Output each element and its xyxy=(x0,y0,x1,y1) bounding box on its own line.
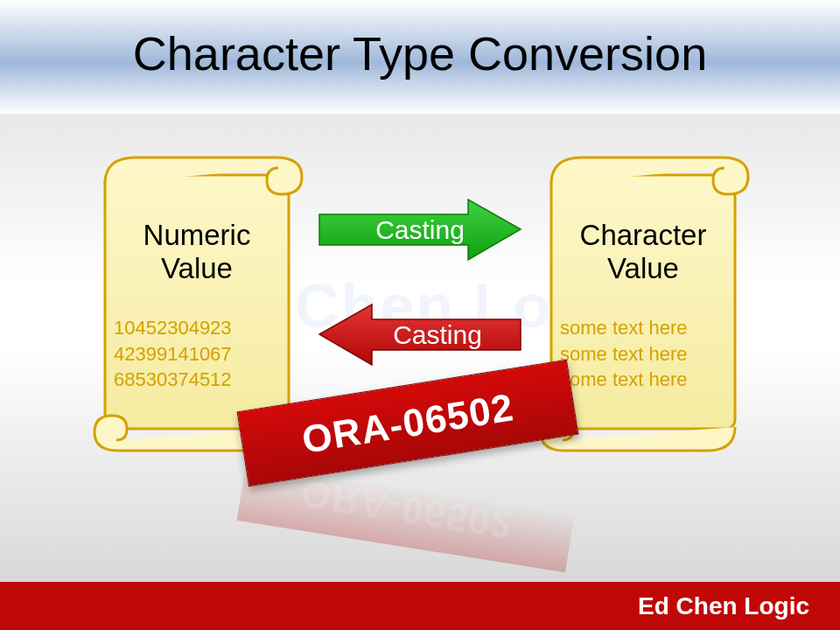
page-title: Character Type Conversion xyxy=(0,0,840,80)
footer-bar: Ed Chen Logic xyxy=(0,582,840,630)
left-scroll-heading: Numeric Value xyxy=(88,219,306,285)
arrow-back: Casting xyxy=(315,302,525,368)
right-scroll-heading: Character Value xyxy=(534,219,752,285)
right-scroll-data: some text here some text here some text … xyxy=(560,315,735,393)
title-band: Character Type Conversion xyxy=(0,0,840,114)
arrow-forward-label: Casting xyxy=(315,197,525,262)
footer-brand: Ed Chen Logic xyxy=(638,592,809,620)
arrow-back-label: Casting xyxy=(315,302,525,368)
arrow-forward: Casting xyxy=(315,197,525,262)
left-scroll-data: 10452304923 42399141067 68530374512 xyxy=(114,315,289,393)
